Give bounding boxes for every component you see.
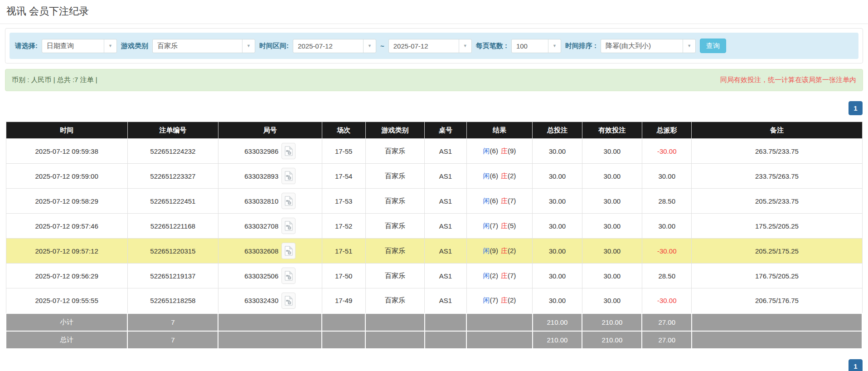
bet-id: 522651218258 bbox=[127, 288, 218, 313]
search-button[interactable]: 查询 bbox=[700, 39, 726, 53]
total-bet-link[interactable]: 30.00 bbox=[533, 189, 582, 214]
valid-bet: 30.00 bbox=[582, 264, 642, 288]
result-banker: 庄 bbox=[501, 272, 508, 279]
total-bet-link[interactable]: 30.00 bbox=[533, 264, 582, 288]
page-number-button[interactable]: 1 bbox=[849, 359, 863, 371]
date-to-select[interactable]: 2025-07-12 ▼ bbox=[388, 39, 472, 53]
result-player-points: (2) bbox=[490, 272, 498, 279]
table-number: AS1 bbox=[425, 264, 467, 288]
result-player: 闲 bbox=[483, 172, 490, 180]
payout: 30.00 bbox=[642, 164, 692, 189]
video-replay-button[interactable] bbox=[281, 268, 296, 284]
bet-time: 2025-07-12 09:59:00 bbox=[6, 164, 127, 189]
bet-id: 522651220315 bbox=[127, 239, 218, 264]
result-player-points: (7) bbox=[490, 296, 498, 304]
payout: -30.00 bbox=[642, 239, 692, 264]
result-player: 闲 bbox=[483, 272, 490, 279]
query-type-select[interactable]: 日期查询 ▼ bbox=[42, 39, 117, 53]
video-file-icon bbox=[285, 271, 293, 281]
round-id-cell: 633032810 bbox=[218, 189, 322, 214]
note: 206.75/176.75 bbox=[692, 288, 862, 313]
session-number: 17-51 bbox=[322, 239, 365, 264]
page-size-select[interactable]: 100 ▼ bbox=[511, 39, 561, 53]
game-type: 百家乐 bbox=[365, 189, 424, 214]
time-range-label: 时间区间: bbox=[259, 42, 289, 50]
round-id: 633032506 bbox=[244, 272, 278, 280]
game-type-label: 游戏类别 bbox=[121, 42, 148, 50]
total-valid-bet: 210.00 bbox=[582, 331, 642, 349]
bet-id: 522651222451 bbox=[127, 189, 218, 214]
result-player: 闲 bbox=[483, 147, 490, 155]
sort-order-value: 降幂(由大到小) bbox=[601, 39, 683, 53]
sort-order-select[interactable]: 降幂(由大到小) ▼ bbox=[601, 39, 696, 53]
valid-bet-note: 同局有效投注，统一计算在该局第一张注单内 bbox=[720, 76, 856, 84]
result-banker-points: (7) bbox=[508, 272, 516, 279]
session-number: 17-55 bbox=[322, 139, 365, 164]
grand-total-row: 总计 7 210.00 210.00 27.00 bbox=[6, 331, 862, 349]
result-player: 闲 bbox=[483, 197, 490, 205]
round-id: 633032986 bbox=[244, 147, 278, 155]
chevron-down-icon: ▼ bbox=[548, 39, 561, 53]
result-banker: 庄 bbox=[501, 222, 508, 229]
note: 263.75/233.75 bbox=[692, 139, 862, 164]
result-banker: 庄 bbox=[501, 247, 508, 254]
chevron-down-icon: ▼ bbox=[242, 39, 255, 53]
page-title: 视讯 会员下注纪录 bbox=[6, 5, 89, 17]
valid-bet: 30.00 bbox=[582, 164, 642, 189]
valid-bet: 30.00 bbox=[582, 239, 642, 264]
total-bet-link[interactable]: 30.00 bbox=[533, 288, 582, 313]
game-type: 百家乐 bbox=[365, 139, 424, 164]
video-file-icon bbox=[285, 221, 293, 231]
session-number: 17-52 bbox=[322, 214, 365, 239]
round-id-cell: 633032986 bbox=[218, 139, 322, 164]
table-number: AS1 bbox=[425, 288, 467, 313]
valid-bet: 30.00 bbox=[582, 189, 642, 214]
payout: 28.50 bbox=[642, 189, 692, 214]
total-bet-link[interactable]: 30.00 bbox=[533, 164, 582, 189]
result-banker-points: (2) bbox=[508, 247, 516, 254]
round-id-cell: 633032506 bbox=[218, 264, 322, 288]
note: 205.25/233.75 bbox=[692, 189, 862, 214]
table-number: AS1 bbox=[425, 189, 467, 214]
video-replay-button[interactable] bbox=[281, 168, 296, 184]
result-banker-points: (7) bbox=[508, 197, 516, 205]
chevron-down-icon: ▼ bbox=[104, 39, 116, 53]
game-type-select[interactable]: 百家乐 ▼ bbox=[152, 39, 255, 53]
total-bet-link[interactable]: 30.00 bbox=[533, 139, 582, 164]
tilde-separator: ~ bbox=[380, 42, 384, 50]
video-replay-button[interactable] bbox=[281, 193, 296, 209]
note: 175.25/205.25 bbox=[692, 214, 862, 239]
table-row: 2025-07-12 09:56:29 522651219137 6330325… bbox=[6, 264, 862, 288]
bet-time: 2025-07-12 09:59:38 bbox=[6, 139, 127, 164]
valid-bet: 30.00 bbox=[582, 139, 642, 164]
table-number: AS1 bbox=[425, 139, 467, 164]
result-cell: 闲(6)庄(7) bbox=[466, 189, 532, 214]
page-size-value: 100 bbox=[512, 39, 548, 53]
page-number-button[interactable]: 1 bbox=[849, 101, 863, 115]
table-row: 2025-07-12 09:58:29 522651222451 6330328… bbox=[6, 189, 862, 214]
video-replay-button[interactable] bbox=[281, 293, 296, 309]
total-bet-link[interactable]: 30.00 bbox=[533, 214, 582, 239]
date-to-value: 2025-07-12 bbox=[389, 39, 459, 53]
session-number: 17-49 bbox=[322, 288, 365, 313]
subtotal-payout: 27.00 bbox=[642, 313, 692, 331]
result-player-points: (6) bbox=[490, 172, 498, 180]
subtotal-valid-bet: 210.00 bbox=[582, 313, 642, 331]
table-body: 2025-07-12 09:59:38 522651224232 6330329… bbox=[6, 139, 862, 313]
table-number: AS1 bbox=[425, 239, 467, 264]
table-number: AS1 bbox=[425, 164, 467, 189]
result-cell: 闲(7)庄(5) bbox=[466, 214, 532, 239]
pagination-top: 1 bbox=[5, 101, 863, 115]
filter-bar: 请选择: 日期查询 ▼ 游戏类别 百家乐 ▼ 时间区间: 2025-07-12 … bbox=[10, 33, 858, 59]
column-header: 注单编号 bbox=[127, 122, 218, 139]
subtotal-count: 7 bbox=[127, 313, 218, 331]
column-header: 场次 bbox=[322, 122, 365, 139]
valid-bet: 30.00 bbox=[582, 288, 642, 313]
date-from-select[interactable]: 2025-07-12 ▼ bbox=[293, 39, 376, 53]
table-row: 2025-07-12 09:57:12 522651220315 6330326… bbox=[6, 239, 862, 264]
chevron-down-icon: ▼ bbox=[363, 39, 376, 53]
video-replay-button[interactable] bbox=[281, 143, 296, 159]
total-bet-link[interactable]: 30.00 bbox=[533, 239, 582, 264]
video-replay-button[interactable] bbox=[281, 218, 296, 234]
video-replay-button[interactable] bbox=[281, 243, 296, 259]
